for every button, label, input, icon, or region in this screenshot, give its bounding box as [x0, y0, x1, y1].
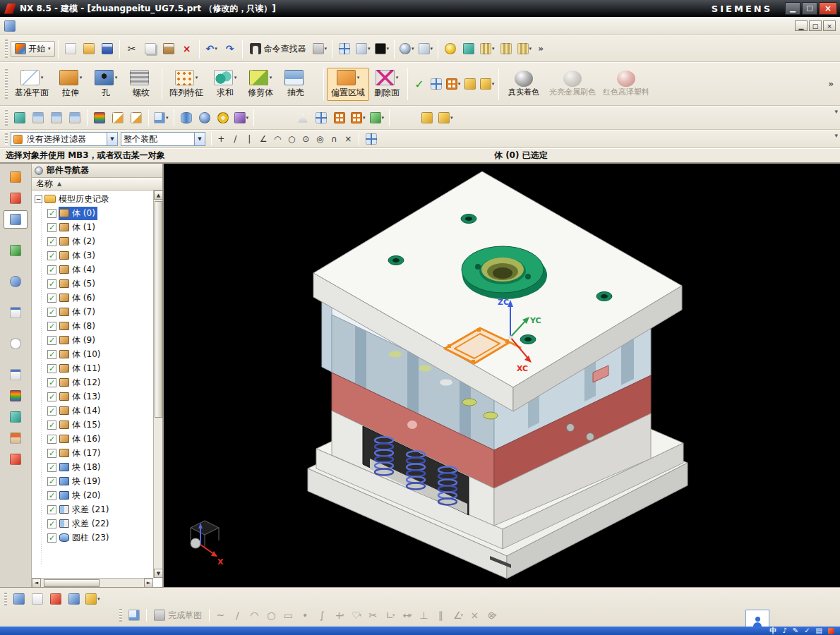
- blue-grid-button[interactable]: [428, 75, 445, 92]
- feature-button[interactable]: ▾ 删除面: [369, 68, 404, 101]
- scroll-up-icon[interactable]: ▲: [154, 190, 162, 200]
- dropdown-arrow-icon[interactable]: ▾: [492, 81, 495, 87]
- toolbar-grip[interactable]: [4, 593, 7, 605]
- dropdown-arrow-icon[interactable]: ▾: [357, 75, 360, 80]
- feature-button[interactable]: ▾ 修剪体: [243, 68, 278, 101]
- maximize-button[interactable]: □: [802, 2, 817, 15]
- tree-item-row[interactable]: ✓ 体 (2): [32, 234, 153, 248]
- ime-mode-indicator[interactable]: 中: [769, 627, 776, 634]
- snap-point-icon[interactable]: |▾: [243, 132, 257, 146]
- gold-datum-button[interactable]: ▾: [436, 109, 455, 127]
- dropdown-arrow-icon[interactable]: ▾: [387, 46, 390, 52]
- light-button[interactable]: [441, 40, 460, 58]
- combo-dropdown-icon[interactable]: ▼: [107, 133, 117, 145]
- checkbox-icon[interactable]: ✓: [47, 322, 56, 331]
- checkbox-icon[interactable]: ✓: [47, 421, 56, 430]
- sketch-tool-icon[interactable]: ∟▾: [382, 607, 399, 624]
- tree-item-row[interactable]: ✓ 体 (4): [32, 262, 153, 277]
- tree-item-row[interactable]: ✓ 圆柱 (23): [32, 531, 153, 545]
- window-layout-button[interactable]: [335, 40, 354, 58]
- roles-button[interactable]: [4, 429, 28, 447]
- snap-point-icon[interactable]: ⊙▾: [299, 132, 313, 146]
- checkbox-icon[interactable]: ✓: [47, 519, 56, 528]
- sketch-tool-icon[interactable]: ↔▾: [399, 607, 416, 624]
- command-finder-button[interactable]: 命令查找器: [246, 40, 311, 58]
- tree-item-row[interactable]: ✓ 体 (6): [32, 291, 153, 305]
- cube-plus-button[interactable]: [10, 590, 28, 608]
- dropdown-arrow-icon[interactable]: ▾: [97, 596, 100, 602]
- layer-settings-button[interactable]: [29, 109, 47, 127]
- tree-item-row[interactable]: ✓ 求差 (21): [32, 502, 153, 516]
- new-part-button[interactable]: [61, 40, 80, 58]
- checkbox-icon[interactable]: ✓: [47, 505, 56, 514]
- dropdown-arrow-icon[interactable]: ▾: [431, 46, 433, 52]
- system-materials-button[interactable]: [4, 365, 28, 384]
- dropdown-arrow-icon[interactable]: ▾: [325, 46, 328, 52]
- checkbox-icon[interactable]: ✓: [47, 435, 56, 444]
- open-button[interactable]: [80, 40, 98, 58]
- dropdown-arrow-icon[interactable]: ▾: [412, 46, 414, 52]
- measure-distance-button[interactable]: ▾: [478, 40, 497, 58]
- toolbar-grip[interactable]: [5, 69, 8, 99]
- ime-check-icon[interactable]: ✓: [804, 627, 810, 634]
- snap-point-icon[interactable]: /▾: [229, 132, 243, 146]
- green-check-button[interactable]: ✓: [411, 75, 428, 92]
- toolbar-grip[interactable]: [5, 40, 8, 57]
- process-studio-button[interactable]: [4, 387, 28, 405]
- tree-item-row[interactable]: ✓ 体 (8): [32, 319, 153, 333]
- background-button[interactable]: ▾: [373, 40, 392, 58]
- checkbox-icon[interactable]: ✓: [47, 350, 56, 359]
- dropdown-arrow-icon[interactable]: ▾: [363, 115, 366, 121]
- close-button[interactable]: ×: [819, 2, 837, 15]
- gold-csys-button[interactable]: [418, 109, 436, 127]
- grid-point-button[interactable]: [362, 130, 380, 148]
- tree-item-row[interactable]: ✓ 体 (3): [32, 248, 153, 262]
- dropdown-arrow-icon[interactable]: ▾: [166, 115, 169, 121]
- tree-item-row[interactable]: ✓ 块 (20): [32, 488, 153, 502]
- feature-button[interactable]: ▾ 拉伸: [53, 68, 88, 101]
- feature-button[interactable]: ▾ 求和: [208, 68, 243, 101]
- checkbox-icon[interactable]: ✓: [47, 223, 56, 232]
- dropdown-arrow-icon[interactable]: ▾: [450, 115, 453, 121]
- toolbar-grip[interactable]: [119, 609, 122, 622]
- ruler-button[interactable]: ▾: [515, 40, 534, 58]
- finish-sketch-button[interactable]: 完成草图: [150, 608, 206, 623]
- render-style-button[interactable]: 真实着色: [502, 68, 546, 99]
- sketch-tool-icon[interactable]: ⊗▾: [484, 607, 500, 624]
- sketch-tool-icon[interactable]: ◠▾: [246, 607, 263, 624]
- tree-item-row[interactable]: ✓ 体 (17): [32, 446, 153, 460]
- vertical-scrollbar[interactable]: ▲ ▼: [153, 190, 162, 578]
- tree-item-row[interactable]: ✓ 体 (7): [32, 305, 153, 319]
- menu-item[interactable]: [143, 23, 154, 29]
- combo-dropdown-icon[interactable]: ▼: [194, 133, 205, 145]
- menu-item[interactable]: [131, 23, 143, 29]
- layer-visible-button[interactable]: [47, 109, 66, 127]
- selection-filter-combo[interactable]: 没有选择过滤器 ▼: [11, 132, 118, 146]
- dropdown-arrow-icon[interactable]: ▾: [41, 75, 44, 80]
- snap-point-icon[interactable]: ◎▾: [313, 132, 328, 146]
- checkbox-icon[interactable]: ✓: [47, 406, 56, 416]
- menu-item[interactable]: [30, 23, 41, 29]
- compass-button[interactable]: [460, 40, 478, 58]
- checkbox-icon[interactable]: ✓: [47, 491, 56, 500]
- tree-item-row[interactable]: ✓ 体 (15): [32, 418, 153, 432]
- feature-button[interactable]: ▾ 偏置区域: [327, 68, 369, 101]
- feature-button[interactable]: ▾ 孔: [88, 68, 124, 101]
- tree-item-row[interactable]: ✓ 体 (12): [32, 375, 153, 389]
- checkbox-icon[interactable]: ✓: [47, 336, 56, 345]
- tree-item-row[interactable]: ✓ 体 (16): [32, 432, 153, 446]
- tree-item-row[interactable]: ✓ 块 (18): [32, 460, 153, 474]
- ime-sound-icon[interactable]: ♪: [782, 627, 786, 634]
- snap-point-icon[interactable]: +▾: [215, 132, 229, 146]
- tree-item-row[interactable]: ✓ 体 (14): [32, 404, 153, 418]
- ime-pen-icon[interactable]: ✎: [793, 627, 798, 634]
- web-browser-button[interactable]: [4, 303, 28, 322]
- edges-display-button[interactable]: ▾: [416, 40, 436, 58]
- sketch-tool-icon[interactable]: ∫▾: [314, 607, 331, 624]
- menu-item[interactable]: [109, 23, 120, 29]
- feature-button[interactable]: ▾ 螺纹: [124, 68, 159, 101]
- face-analysis-button[interactable]: ▾: [368, 109, 387, 127]
- edit-sketch-button[interactable]: [127, 109, 145, 127]
- row-overflow-arrow-icon[interactable]: ▾: [834, 108, 838, 115]
- torus-button[interactable]: [214, 109, 232, 127]
